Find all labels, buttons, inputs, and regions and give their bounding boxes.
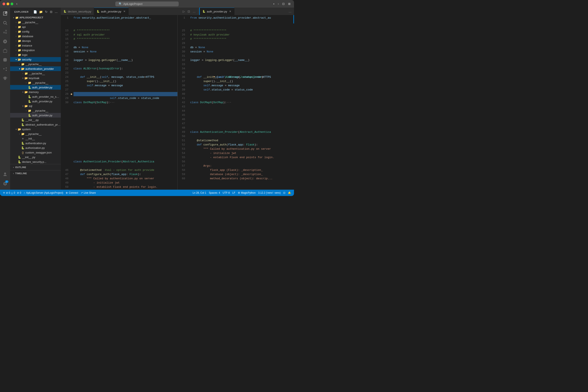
sidebar-item-sql-auth-provider[interactable]: 🐍 auth_provider.py	[10, 113, 61, 118]
sidebar-item-memory[interactable]: ▾ 📂 memory	[10, 90, 61, 94]
code-line	[73, 62, 178, 66]
explorer-icon[interactable]	[1, 9, 9, 18]
sidebar-item-keycloak[interactable]: ▾ 📂 keycloak	[10, 76, 61, 80]
left-code-area[interactable]: from security.authentication_provider.ab…	[70, 15, 178, 190]
sidebar-item-auth-no-swagger[interactable]: 🐍 auth_provider_no_swagger.py	[10, 94, 61, 99]
code-line: self.message = message	[190, 84, 294, 88]
sidebar-item-abstract-auth[interactable]: 🐍 abstract_authentication_provi...	[10, 122, 61, 127]
right-code-area[interactable]: from security.authentication_provider.ab…	[187, 15, 294, 190]
status-errors[interactable]: ✕ ⊘ 0 △ 0 ⊘ 0	[2, 190, 22, 196]
status-connect[interactable]: ⊕ Connect	[64, 190, 79, 196]
arrow: ▾	[21, 77, 24, 79]
status-cursor[interactable]: Ln 28, Col 1	[191, 191, 208, 194]
sidebar-item-authorization[interactable]: 🐍 authorization.py	[10, 146, 61, 150]
sidebar-item-system-init[interactable]: ≡ __init__	[10, 136, 61, 141]
run-button[interactable]: ▷	[182, 9, 186, 14]
sidebar-item-authentication[interactable]: 🐍 authentication.py	[10, 141, 61, 146]
code-line: class ALSError(JsonnapiError):	[73, 66, 178, 71]
code-line: # keycloak auth provider	[190, 33, 294, 37]
tab-close-button[interactable]: ✕	[229, 10, 232, 13]
trophy-icon[interactable]	[1, 74, 9, 83]
sidebar-item-security-pycache[interactable]: › 📁 __pycache__	[10, 62, 61, 66]
py-file-icon: 🐍	[21, 123, 24, 126]
database-icon[interactable]	[1, 56, 9, 64]
sidebar-item-keycloak-pycache[interactable]: › 📁 __pycache__	[10, 80, 61, 85]
new-file-icon[interactable]: 📄	[33, 10, 38, 14]
settings-notification: 1	[5, 180, 8, 183]
tab-declare-security[interactable]: 🐍 declare_security.py	[61, 8, 94, 15]
status-remote-icon[interactable]: ⊡	[282, 191, 287, 194]
account-icon[interactable]	[1, 170, 9, 179]
sidebar-item-security[interactable]: ▾ 📂 security	[10, 57, 61, 62]
customize-layout-button[interactable]: ⊞	[287, 2, 291, 6]
settings-icon[interactable]: 1	[1, 180, 9, 188]
more-actions-right-button[interactable]: …	[288, 9, 292, 14]
status-encoding[interactable]: UTF-8	[221, 191, 231, 194]
code-line	[190, 62, 294, 66]
minimize-button[interactable]	[6, 2, 9, 5]
maximize-button[interactable]	[10, 2, 13, 5]
folder-icon: 📁	[18, 53, 21, 56]
sidebar-item-instance[interactable]: › 📁 instance	[10, 43, 61, 48]
new-folder-icon[interactable]: 📁	[39, 10, 43, 14]
sidebar-item-auth-pycache[interactable]: › 📁 __pycache__	[10, 71, 61, 76]
status-python-version[interactable]: 3.12.2 ('venv': venv)	[257, 191, 282, 194]
share-icon[interactable]	[1, 65, 9, 74]
folder-open-icon: 📂	[24, 76, 28, 80]
refresh-icon[interactable]: ↻	[44, 10, 48, 14]
sidebar-item-auth-provider-folder[interactable]: ▾ 📂 authentication_provider	[10, 66, 61, 71]
run-debug-icon[interactable]	[1, 37, 9, 46]
editor-layout-button[interactable]: ▫	[277, 2, 280, 6]
outline-header[interactable]: › OUTLINE	[10, 165, 61, 169]
tab-auth-provider-right[interactable]: 🐍 auth_provider.py ✕	[199, 8, 234, 15]
sidebar-item-sql[interactable]: ▾ 📂 sql	[10, 104, 61, 108]
sidebar-item-init-py[interactable]: 🐍 __init__.py	[10, 118, 61, 122]
sidebar-item-integration[interactable]: › 📁 integration	[10, 48, 61, 52]
timeline-header[interactable]: › TIMELINE	[10, 171, 61, 176]
sidebar-item-logic[interactable]: › 📁 logic	[10, 52, 61, 57]
code-line	[190, 20, 294, 24]
status-liveshare[interactable]: ↗ Live Share	[79, 190, 97, 196]
sidebar-item-declare-security[interactable]: 🐍 declare_security.p...	[10, 160, 61, 164]
error-count: ⊘ 0	[6, 191, 10, 194]
sidebar-item-root-init[interactable]: 🐍 __init__.py	[10, 155, 61, 160]
split-editor-button[interactable]: ⊡	[187, 9, 191, 14]
right-editor-content[interactable]: 1 25 26 27 28 29 30 31 32 33 34 35	[178, 15, 294, 190]
sidebar-item-api[interactable]: › 📁 api	[10, 24, 61, 29]
folder-icon: 📁	[18, 39, 21, 42]
tab-auth-provider-left[interactable]: 🐍 auth_provider.py ✕	[94, 8, 129, 15]
sidebar-item-system[interactable]: ▾ 📂 system	[10, 127, 61, 132]
code-line: # ********************	[190, 28, 294, 33]
more-actions-icon[interactable]: …	[54, 10, 58, 14]
collapse-all-icon[interactable]: ⊟	[49, 10, 53, 14]
status-notifications[interactable]: 🔔	[287, 191, 292, 194]
status-spaces[interactable]: Spaces: 4	[208, 191, 221, 194]
code-line: # ********************	[73, 37, 178, 41]
source-control-icon[interactable]	[1, 28, 9, 36]
extensions-icon[interactable]	[1, 46, 9, 55]
close-button[interactable]	[2, 2, 5, 5]
project-root-item[interactable]: ▾ 📁 APILOGICPROJECT	[10, 15, 61, 20]
back-button[interactable]: ‹	[15, 2, 18, 6]
right-scrollbar[interactable]	[293, 15, 294, 190]
status-branch[interactable]: ⑃ ApiLogicServer (ApiLogicProject)	[22, 190, 64, 196]
search-icon[interactable]	[1, 18, 9, 27]
split-editor-button[interactable]: ⊡	[281, 2, 286, 6]
py-file-icon: 🐍	[28, 114, 31, 117]
sidebar-item-devops[interactable]: › 📁 devops	[10, 38, 61, 43]
sidebar-item-pycache-root[interactable]: › 📁 __pycache__	[10, 20, 61, 24]
more-actions-button[interactable]: …	[192, 9, 196, 14]
sidebar-item-custom-swagger[interactable]: {} custom_swagger.json	[10, 150, 61, 155]
sidebar-toggle-button[interactable]: ▪	[272, 2, 275, 6]
sidebar-item-sql-pycache[interactable]: › 📁 __pycache__	[10, 108, 61, 113]
status-line-ending[interactable]: LF	[231, 191, 236, 194]
sidebar-item-system-pycache[interactable]: › 📁 __pycache__	[10, 132, 61, 136]
sidebar-item-keycloak-auth-provider[interactable]: 🐍 auth_provider.py	[10, 85, 61, 90]
status-language[interactable]: ⚙ MagicPython	[236, 191, 257, 194]
tab-close-button[interactable]: ✕	[123, 10, 126, 13]
sidebar-item-config[interactable]: › 📁 config	[10, 29, 61, 34]
left-editor-content[interactable]: 1 13 14 15 16 17 18 19 20 21 22 23	[61, 15, 178, 190]
sidebar-item-memory-auth-provider[interactable]: 🐍 auth_provider.py	[10, 99, 61, 104]
sidebar-item-database[interactable]: › 📁 database	[10, 34, 61, 38]
search-bar[interactable]: 🔍 ApiLogicProject	[115, 2, 179, 6]
